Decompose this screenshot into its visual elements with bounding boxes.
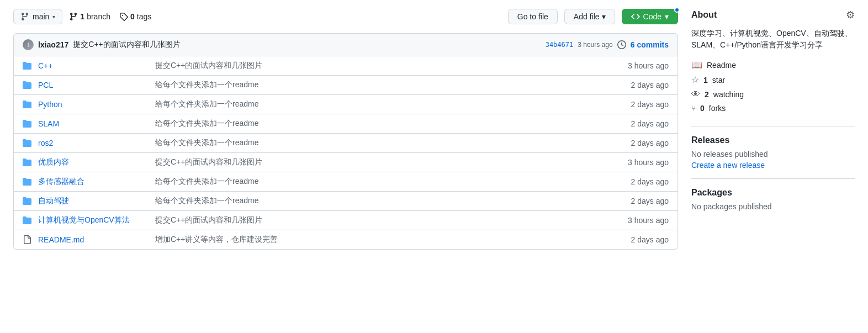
code-label: Code xyxy=(643,12,661,21)
file-commit: 增加C++讲义等内容，仓库建设完善 xyxy=(155,235,624,245)
commit-message: 提交C++的面试内容和几张图片 xyxy=(73,40,541,50)
about-header: About ⚙ xyxy=(691,9,855,21)
releases-title: Releases xyxy=(691,135,855,145)
star-label: star xyxy=(712,76,725,84)
file-commit: 给每个文件夹添加一个readme xyxy=(155,99,624,109)
branch-icon xyxy=(20,12,29,21)
file-time: 2 days ago xyxy=(631,177,669,186)
go-to-file-button[interactable]: Go to file xyxy=(508,9,558,24)
branch-name: main xyxy=(33,12,49,21)
star-count: 1 xyxy=(703,76,708,84)
file-time: 3 hours ago xyxy=(628,216,669,225)
clock-icon xyxy=(617,40,626,49)
packages-section: Packages No packages published xyxy=(691,188,855,211)
table-row: SLAM 给每个文件夹添加一个readme 2 days ago xyxy=(14,114,678,134)
folder-icon xyxy=(23,158,31,167)
add-file-button[interactable]: Add file ▾ xyxy=(564,9,615,24)
sidebar: About ⚙ 深度学习、计算机视觉、OpenCV、自动驾驶、SLAM、C++/… xyxy=(691,9,855,250)
file-table: C++ 提交C++的面试内容和几张图片 3 hours ago PCL 给每个文… xyxy=(13,56,678,250)
folder-icon xyxy=(23,119,31,128)
notification-dot xyxy=(674,7,680,13)
table-row: 计算机视觉与OpenCV算法 提交C++的面试内容和几张图片 3 hours a… xyxy=(14,211,678,230)
file-commit: 给每个文件夹添加一个readme xyxy=(155,138,624,148)
watching-link[interactable]: 👁 2 watching xyxy=(691,89,855,99)
file-name[interactable]: 计算机视觉与OpenCV算法 xyxy=(38,215,149,225)
forks-label: forks xyxy=(709,104,726,113)
commit-meta: 34b4671 3 hours ago 6 commits xyxy=(546,40,669,49)
eye-icon: 👁 xyxy=(691,89,700,99)
commit-hash[interactable]: 34b4671 xyxy=(546,41,574,49)
readme-link[interactable]: 📖 Readme xyxy=(691,60,855,70)
about-section: About ⚙ 深度学习、计算机视觉、OpenCV、自动驾驶、SLAM、C++/… xyxy=(691,9,855,113)
divider xyxy=(691,126,855,126)
folder-icon xyxy=(23,139,31,147)
branch-selector[interactable]: main ▾ xyxy=(13,9,62,24)
watching-label: watching xyxy=(713,90,744,99)
file-time: 2 days ago xyxy=(631,197,669,205)
folder-icon xyxy=(23,81,31,89)
stars-link[interactable]: ☆ 1 star xyxy=(691,75,855,85)
table-row: C++ 提交C++的面试内容和几张图片 3 hours ago xyxy=(14,56,678,76)
file-name[interactable]: 多传感器融合 xyxy=(38,177,149,187)
file-time: 2 days ago xyxy=(631,100,669,109)
file-commit: 给每个文件夹添加一个readme xyxy=(155,196,624,206)
commits-count: 6 xyxy=(631,40,635,49)
no-releases-text: No releases published xyxy=(691,150,855,158)
file-time: 3 hours ago xyxy=(628,158,669,167)
folder-icon xyxy=(23,100,31,109)
file-name[interactable]: ros2 xyxy=(38,139,149,147)
table-row: 优质内容 提交C++的面试内容和几张图片 3 hours ago xyxy=(14,153,678,172)
file-time: 2 days ago xyxy=(631,119,669,128)
readme-label: Readme xyxy=(707,61,736,70)
chevron-down-icon: ▾ xyxy=(665,12,669,21)
file-commit: 提交C++的面试内容和几张图片 xyxy=(155,157,621,167)
file-name[interactable]: README.md xyxy=(38,235,149,244)
branch-label: branch xyxy=(87,12,110,21)
fork-icon: ⑂ xyxy=(691,104,696,113)
folder-icon xyxy=(23,216,31,225)
code-button[interactable]: Code ▾ xyxy=(622,9,678,24)
book-icon: 📖 xyxy=(691,60,702,70)
file-time: 3 hours ago xyxy=(628,61,669,70)
packages-title: Packages xyxy=(691,188,855,198)
star-icon: ☆ xyxy=(691,75,699,85)
about-description: 深度学习、计算机视觉、OpenCV、自动驾驶、SLAM、C++/Python语言… xyxy=(691,28,855,51)
no-packages-text: No packages published xyxy=(691,202,855,211)
file-commit: 给每个文件夹添加一个readme xyxy=(155,177,624,187)
tag-count: 0 xyxy=(130,12,135,21)
chevron-down-icon: ▾ xyxy=(52,14,55,20)
releases-section: Releases No releases published Create a … xyxy=(691,135,855,170)
file-icon xyxy=(23,235,31,244)
file-name[interactable]: PCL xyxy=(38,81,149,89)
create-release-link[interactable]: Create a new release xyxy=(691,161,765,170)
commits-link[interactable]: 6 commits xyxy=(631,40,669,49)
branch-meta-icon xyxy=(69,12,78,21)
meta-links: 1 branch 0 tags xyxy=(69,12,151,21)
tag-icon xyxy=(119,12,128,21)
table-row: Python 给每个文件夹添加一个readme 2 days ago xyxy=(14,95,678,114)
forks-count: 0 xyxy=(700,104,705,113)
chevron-down-icon: ▾ xyxy=(602,12,606,21)
watching-count: 2 xyxy=(705,90,709,99)
file-time: 2 days ago xyxy=(631,139,669,147)
table-row: ros2 给每个文件夹添加一个readme 2 days ago xyxy=(14,134,678,153)
file-time: 2 days ago xyxy=(631,81,669,89)
gear-icon[interactable]: ⚙ xyxy=(846,9,855,21)
file-name[interactable]: 自动驾驶 xyxy=(38,196,149,206)
file-name[interactable]: SLAM xyxy=(38,119,149,128)
forks-link[interactable]: ⑂ 0 forks xyxy=(691,104,855,113)
file-name[interactable]: Python xyxy=(38,100,149,109)
branch-link[interactable]: 1 branch xyxy=(69,12,110,21)
file-name[interactable]: C++ xyxy=(38,61,149,70)
toolbar: main ▾ 1 branch 0 tags xyxy=(13,9,678,24)
table-row: PCL 给每个文件夹添加一个readme 2 days ago xyxy=(14,76,678,95)
commit-bar: l lxiao217 提交C++的面试内容和几张图片 34b4671 3 hou… xyxy=(13,33,678,56)
branch-count: 1 xyxy=(80,12,84,21)
commit-author[interactable]: lxiao217 xyxy=(38,40,68,49)
divider-2 xyxy=(691,178,855,179)
code-icon xyxy=(631,12,640,21)
tag-link[interactable]: 0 tags xyxy=(119,12,151,21)
tag-label: tags xyxy=(137,12,151,21)
file-name[interactable]: 优质内容 xyxy=(38,157,149,167)
table-row: 自动驾驶 给每个文件夹添加一个readme 2 days ago xyxy=(14,192,678,211)
